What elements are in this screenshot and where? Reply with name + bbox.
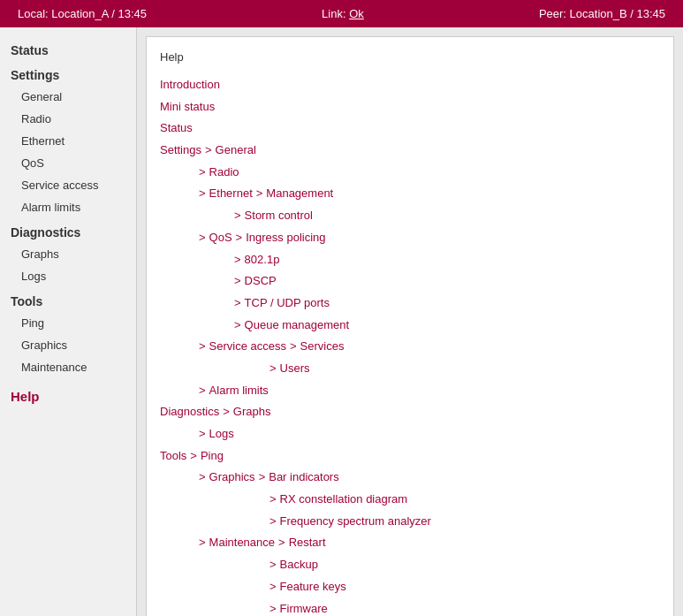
arrow-users: >: [269, 358, 277, 380]
link-ethernet[interactable]: Ethernet: [209, 183, 253, 205]
arrow-feature-keys: >: [269, 576, 277, 598]
sidebar-item-graphics[interactable]: Graphics: [0, 334, 136, 356]
link-feature-keys[interactable]: Feature keys: [280, 576, 346, 598]
arrow-firmware: >: [269, 598, 277, 617]
tree-row-settings: Settings > General: [160, 140, 660, 162]
tree-row-alarm-limits: > Alarm limits: [195, 380, 660, 402]
arrow-dot1p: >: [234, 249, 241, 271]
link-diagnostics[interactable]: Diagnostics: [160, 401, 219, 423]
tree-row-dot1p: > 802.1p: [231, 249, 660, 271]
arrow-backup: >: [269, 554, 277, 576]
link-services[interactable]: Services: [300, 336, 345, 358]
main-layout: Status Settings General Radio Ethernet Q…: [0, 27, 683, 616]
link-dscp[interactable]: DSCP: [245, 270, 277, 293]
arrow-service-access-services: >: [290, 336, 297, 358]
link-freq-spectrum[interactable]: Frequency spectrum analyzer: [280, 511, 431, 533]
arrow-graphics: >: [199, 467, 206, 489]
arrow-maintenance-restart: >: [278, 532, 285, 554]
tree-row-introduction: Introduction: [160, 74, 660, 96]
sidebar-status[interactable]: Status: [0, 36, 136, 61]
link-restart[interactable]: Restart: [289, 532, 326, 554]
link-dot1p[interactable]: 802.1p: [245, 249, 280, 271]
sidebar-item-alarm-limits[interactable]: Alarm limits: [0, 196, 136, 218]
arrow-logs: >: [199, 423, 206, 445]
tree-row-backup: > Backup: [266, 554, 660, 576]
tree-row-mini-status: Mini status: [160, 96, 660, 118]
arrow-queue-mgmt: >: [234, 315, 241, 337]
arrow-storm-control: >: [234, 205, 241, 227]
arrow-radio: >: [199, 162, 206, 184]
help-tree: Introduction Mini status Status Settings…: [160, 74, 660, 616]
peer-label: Peer:: [539, 7, 566, 20]
sidebar-help-title[interactable]: Help: [0, 378, 136, 407]
link-qos[interactable]: QoS: [209, 227, 232, 249]
arrow-rx-constellation: >: [269, 489, 277, 511]
help-panel-heading: Help: [160, 50, 660, 64]
arrow-maintenance: >: [199, 532, 206, 554]
sidebar-item-qos[interactable]: QoS: [0, 152, 136, 174]
link-rx-constellation[interactable]: RX constellation diagram: [280, 489, 408, 511]
sidebar-item-logs[interactable]: Logs: [0, 265, 136, 287]
peer-value: Location_B / 13:45: [570, 7, 665, 20]
tree-row-tools: Tools > Ping: [160, 445, 660, 468]
link-label: Link:: [322, 7, 345, 20]
local-label: Local:: [18, 7, 49, 20]
link-introduction[interactable]: Introduction: [160, 74, 220, 96]
arrow-dscp: >: [234, 270, 241, 293]
arrow-ethernet: >: [199, 183, 206, 205]
arrow-service-access: >: [199, 336, 206, 358]
arrow-ethernet-mgmt: >: [256, 183, 263, 205]
link-settings[interactable]: Settings: [160, 140, 201, 162]
sidebar-item-service-access[interactable]: Service access: [0, 174, 136, 196]
link-ingress-policing[interactable]: Ingress policing: [246, 227, 325, 249]
tree-row-diagnostics: Diagnostics > Graphs: [160, 401, 660, 423]
link-status[interactable]: Status: [160, 118, 193, 140]
sidebar-item-radio[interactable]: Radio: [0, 108, 136, 130]
arrow-qos-ingress: >: [236, 227, 243, 249]
link-backup[interactable]: Backup: [280, 554, 318, 576]
tree-row-queue-mgmt: > Queue management: [231, 315, 660, 337]
link-graphs[interactable]: Graphs: [233, 401, 271, 423]
link-maintenance[interactable]: Maintenance: [209, 532, 275, 554]
link-firmware[interactable]: Firmware: [280, 598, 328, 617]
sidebar-item-ethernet[interactable]: Ethernet: [0, 130, 136, 152]
tree-row-storm-control: > Storm control: [231, 205, 660, 227]
arrow-tcp-udp: >: [234, 293, 241, 315]
link-users[interactable]: Users: [280, 358, 310, 380]
tree-row-firmware: > Firmware: [266, 598, 660, 617]
tree-row-dscp: > DSCP: [231, 270, 660, 293]
peer-info: Peer: Location_B / 13:45: [539, 7, 665, 20]
tree-row-logs: > Logs: [195, 423, 660, 445]
sidebar-item-graphs[interactable]: Graphs: [0, 243, 136, 265]
link-logs[interactable]: Logs: [209, 423, 234, 445]
top-bar: Local: Location_A / 13:45 Link: Ok Peer:…: [0, 0, 683, 27]
link-bar-indicators[interactable]: Bar indicators: [269, 467, 338, 489]
arrow-diagnostics-graphs: >: [223, 401, 230, 423]
link-alarm-limits[interactable]: Alarm limits: [209, 380, 269, 402]
link-radio[interactable]: Radio: [209, 162, 239, 184]
link-tcp-udp[interactable]: TCP / UDP ports: [245, 293, 330, 315]
link-management[interactable]: Management: [266, 183, 333, 205]
sidebar-tools-title[interactable]: Tools: [0, 287, 136, 312]
link-storm-control[interactable]: Storm control: [245, 205, 313, 227]
tree-row-service-access: > Service access > Services: [195, 336, 660, 358]
link-general[interactable]: General: [216, 140, 256, 162]
link-queue-mgmt[interactable]: Queue management: [245, 315, 350, 337]
link-mini-status[interactable]: Mini status: [160, 96, 215, 118]
link-ping[interactable]: Ping: [201, 445, 224, 468]
link-tools[interactable]: Tools: [160, 445, 186, 468]
sidebar-diagnostics-title[interactable]: Diagnostics: [0, 218, 136, 243]
sidebar-item-general[interactable]: General: [0, 86, 136, 108]
tree-row-ethernet: > Ethernet > Management: [195, 183, 660, 205]
link-service-access[interactable]: Service access: [209, 336, 286, 358]
local-info: Local: Location_A / 13:45: [18, 7, 147, 20]
link-value[interactable]: Ok: [349, 7, 364, 20]
link-graphics[interactable]: Graphics: [209, 467, 255, 489]
content-area: Help Introduction Mini status Status Set…: [137, 27, 683, 616]
arrow-tools-ping: >: [190, 445, 197, 468]
tree-row-graphics: > Graphics > Bar indicators: [195, 467, 660, 489]
sidebar-settings-title[interactable]: Settings: [0, 61, 136, 86]
sidebar-item-ping[interactable]: Ping: [0, 312, 136, 334]
tree-row-users: > Users: [266, 358, 660, 380]
sidebar-item-maintenance[interactable]: Maintenance: [0, 356, 136, 378]
